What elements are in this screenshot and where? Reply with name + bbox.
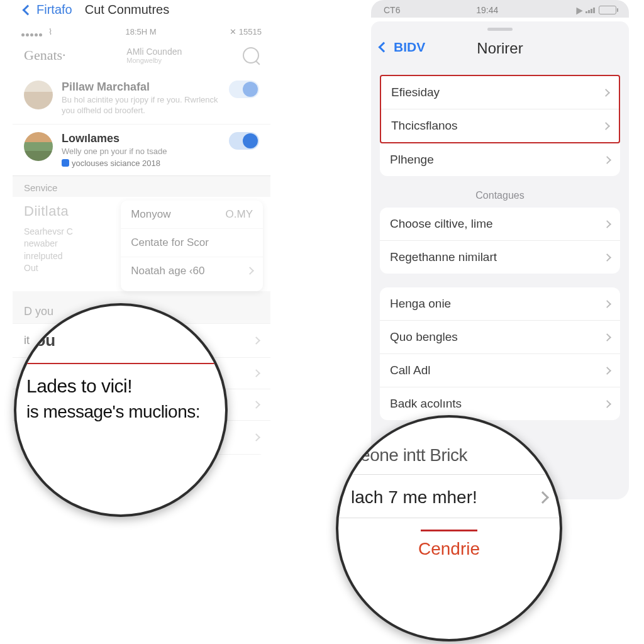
chevron-right-icon [602,122,610,130]
search-icon[interactable] [243,47,259,64]
subhead-line2: Mongwelby [126,57,182,64]
settings-group: Henga onie Quo bengles Call Adl Badk aco… [380,287,620,420]
settings-row[interactable]: Regethanne nimilart [380,241,620,274]
dl-lines: Searhevsr C newaber inrelputed Out [24,226,113,275]
status-right: ✕ 15515 [230,27,262,36]
highlight-line [16,363,218,364]
highlight-line [421,530,477,531]
app-subheading: AMli Counden Mongwelby [126,47,182,64]
brand-label: Genats· [24,47,66,64]
popover-menu: Monyow O.MY Centate for Scor Noatah age … [121,201,263,291]
chevron-right-icon [603,220,611,228]
magnifier-left: you Lades to vici! is message's muclions… [14,303,228,517]
item-desc: Bu hol acintite you rjopy if re you. Rwr… [62,95,229,116]
back-button-label[interactable]: Firtafo [36,3,72,17]
settings-row[interactable]: Quo bengles [380,321,620,354]
item-name: Pillaw Marchafal [62,80,229,94]
toggle-switch[interactable] [229,80,259,98]
list-item[interactable]: Lowılames Welly one pn your if no tsade … [13,125,270,176]
chevron-right-icon [603,400,611,408]
group-remainder: Plhenge [380,143,620,176]
chevron-right-icon [536,491,549,504]
chevron-right-icon [603,333,611,341]
mag-text-line2: is message's muclions: [26,402,213,422]
avatar [24,132,53,161]
sheet-handle[interactable] [487,28,513,31]
magnifier-right: oeone intt Brick lach 7 me mher! Cendrie [336,415,562,641]
status-icons [574,6,616,14]
section-label: Contagues [371,190,629,201]
chevron-right-icon [246,267,254,275]
settings-row-efiesday[interactable]: Efiesiday [381,76,619,109]
status-time: 19:44 [476,5,498,15]
battery-icon [599,6,616,14]
chevron-right-icon [603,253,611,262]
back-chevron-icon [379,42,389,53]
right-status-bar: CT6 19:44 [371,0,629,18]
wifi-icon: ⌇ [48,27,52,36]
settings-row[interactable]: Choose ciltive, lime [380,208,620,241]
back-button[interactable]: BIDV [380,40,425,55]
chevron-right-icon [252,369,260,377]
mag-option-row[interactable]: lach 7 me mher! [351,481,547,514]
back-chevron-icon[interactable] [23,4,33,15]
item-meta: yoclouses siciance 2018 [62,158,229,168]
chevron-right-icon [252,336,260,345]
toggle-switch[interactable] [229,132,259,150]
popover-item[interactable]: Monyow O.MY [121,201,263,229]
download-column: Diitlata Searhevsr C newaber inrelputed … [13,197,121,291]
location-icon [573,6,582,15]
left-nav-header: Firtafo Cut Conmutres [13,0,270,23]
settings-group: Choose ciltive, lime Regethanne nimilart [380,208,620,274]
settings-row-plhenge[interactable]: Plhenge [380,143,620,176]
chevron-right-icon [602,89,610,97]
settings-row[interactable]: Henga onie [380,287,620,321]
subhead-line1: AMli Counden [126,47,182,57]
left-app-header: Genats· AMli Counden Mongwelby [13,40,270,73]
section-label: Senvice [13,176,270,197]
mag-heading: oeone intt Brick [351,445,547,465]
badge-icon [62,159,69,167]
header-title: Cut Conmutres [85,3,170,17]
chevron-right-icon [252,433,260,441]
list-item[interactable]: Pillaw Marchafal Bu hol acintite you rjo… [13,73,270,125]
avatar [24,80,53,109]
left-split: Diitlata Searhevsr C newaber inrelputed … [13,197,270,291]
chevron-right-icon [603,367,611,375]
left-dimmed-overlay: ⌇ 18:5H M ✕ 15515 Genats· AMli Counden M… [13,23,270,125]
settings-row[interactable]: Call Adl [380,354,620,387]
mag-text-line1: Lades to vici! [26,375,213,397]
right-nav: BIDV Norirer [371,36,629,69]
settings-row[interactable]: Badk acolınts [380,387,620,420]
dl-title: Diitlata [24,203,113,219]
page-title: Norirer [477,40,523,57]
popover-item[interactable]: Centate for Scor [121,229,263,257]
chevron-right-icon [252,401,260,409]
chevron-right-icon [603,156,611,164]
status-time: 18:5H M [126,27,157,36]
left-status-bar: ⌇ 18:5H M ✕ 15515 [13,23,270,40]
highlighted-group: Efiesiday Thcicsflanos [380,75,620,143]
divider [338,474,560,475]
destructive-action[interactable]: Cendrie [351,539,547,559]
chevron-right-icon [603,300,611,308]
carrier-label: CT6 [384,5,400,15]
signal-dots-icon: ⌇ [21,27,52,36]
item-name: Lowılames [62,132,229,145]
settings-row-thcicsflanos[interactable]: Thcicsflanos [381,109,619,142]
signal-icon [586,8,595,13]
divider [338,518,560,518]
popover-item[interactable]: Noatah age ‹60 [121,257,263,285]
item-desc: Welly one pn your if no tsade [62,147,229,157]
mag-you-label: you [26,331,213,350]
